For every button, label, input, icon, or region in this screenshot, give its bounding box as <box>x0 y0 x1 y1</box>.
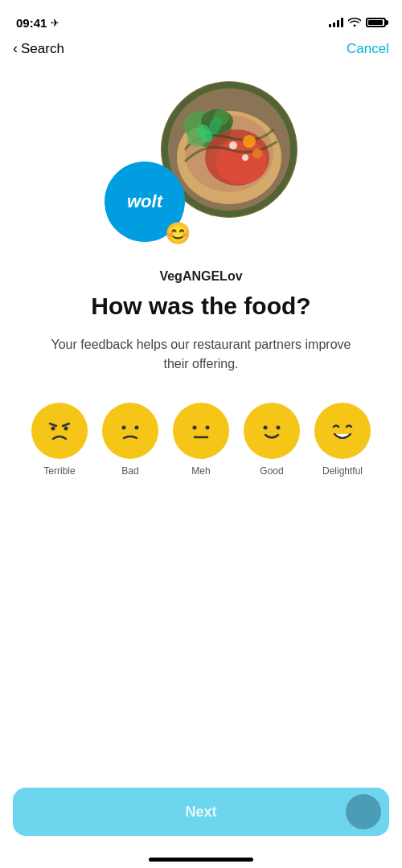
cancel-button[interactable]: Cancel <box>347 41 389 57</box>
back-chevron-icon: ‹ <box>13 40 18 57</box>
restaurant-name: VegANGELov <box>159 269 242 284</box>
rating-good[interactable]: Good <box>236 403 307 477</box>
signal-bars <box>329 18 343 27</box>
battery-fill <box>368 20 383 25</box>
wolt-emoji: 😊 <box>165 221 191 246</box>
svg-point-23 <box>122 426 126 430</box>
good-label: Good <box>260 465 283 477</box>
signal-bar-4 <box>341 18 343 27</box>
location-icon: ✈ <box>51 17 59 29</box>
delightful-emoji <box>314 403 371 459</box>
delightful-label: Delightful <box>322 465 363 477</box>
svg-point-25 <box>183 413 219 448</box>
svg-point-11 <box>243 135 256 148</box>
bottom-area: Next <box>13 788 389 836</box>
subtitle-text: Your feedback helps our restaurant partn… <box>48 335 354 374</box>
terrible-label: Terrible <box>43 465 75 477</box>
svg-point-29 <box>254 413 289 448</box>
svg-point-12 <box>252 149 262 158</box>
home-indicator <box>149 858 253 862</box>
status-right <box>329 17 386 29</box>
next-button-label: Next <box>185 804 216 821</box>
svg-point-13 <box>229 141 237 149</box>
svg-point-24 <box>135 426 139 430</box>
signal-bar-3 <box>337 20 339 27</box>
next-button-circle <box>346 794 381 829</box>
status-left: 09:41 ✈ <box>16 16 59 30</box>
wifi-icon <box>348 17 361 29</box>
main-content: wolt 😊 <box>0 65 402 493</box>
bad-label: Bad <box>121 465 138 477</box>
next-button[interactable]: Next <box>13 788 389 836</box>
terrible-emoji <box>31 403 88 459</box>
svg-point-7 <box>215 139 267 184</box>
svg-point-20 <box>51 427 55 431</box>
image-area: wolt 😊 <box>88 81 314 250</box>
svg-point-22 <box>113 413 148 448</box>
back-label: Search <box>21 41 64 57</box>
meh-label: Meh <box>191 465 210 477</box>
svg-point-17 <box>42 413 77 448</box>
rating-bad[interactable]: Bad <box>95 403 166 477</box>
status-bar: 09:41 ✈ <box>0 0 402 35</box>
svg-point-14 <box>242 154 248 161</box>
signal-bar-1 <box>329 24 331 27</box>
rating-meh[interactable]: Meh <box>166 403 236 477</box>
svg-point-27 <box>206 426 210 430</box>
question-title: How was the food? <box>91 292 310 321</box>
svg-point-30 <box>264 426 268 430</box>
wolt-logo-text: wolt <box>127 191 162 212</box>
svg-point-26 <box>193 426 197 430</box>
svg-point-21 <box>64 427 68 431</box>
svg-point-31 <box>277 426 281 430</box>
meh-emoji <box>173 403 229 459</box>
status-time: 09:41 <box>16 16 47 30</box>
battery-icon <box>366 18 386 27</box>
back-button[interactable]: ‹ Search <box>13 40 64 57</box>
signal-bar-2 <box>333 23 335 27</box>
nav-bar: ‹ Search Cancel <box>0 35 402 65</box>
bad-emoji <box>102 403 158 459</box>
good-emoji <box>244 403 300 459</box>
rating-delightful[interactable]: Delightful <box>307 403 378 477</box>
svg-point-32 <box>325 413 360 448</box>
ratings-row: Terrible Bad <box>24 403 378 477</box>
rating-terrible[interactable]: Terrible <box>24 403 95 477</box>
